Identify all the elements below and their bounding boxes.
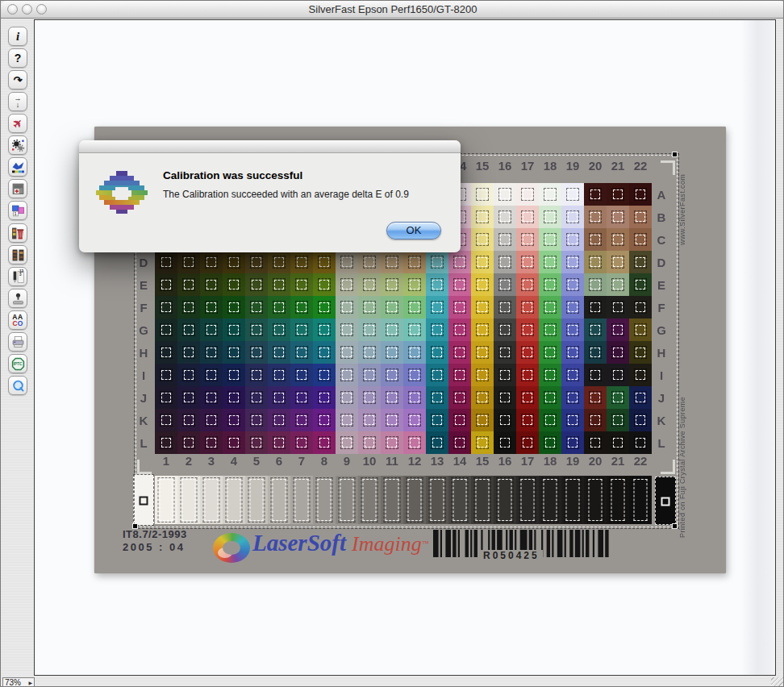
corner-bracket-tr bbox=[661, 160, 675, 175]
flip-icon: →↓ bbox=[15, 95, 22, 108]
multi-frames-icon: 1 bbox=[11, 204, 25, 218]
print-button[interactable] bbox=[8, 332, 27, 352]
bird-colorbar-icon bbox=[11, 160, 25, 174]
help-icon: ? bbox=[15, 52, 22, 65]
iptc-button[interactable]: IPTC bbox=[8, 354, 27, 373]
info-icon: i bbox=[16, 30, 19, 44]
svg-text:1: 1 bbox=[14, 212, 16, 216]
zoom-level-value: 73% bbox=[5, 678, 21, 687]
corner-bracket-bl bbox=[137, 460, 152, 474]
first-aid-icon bbox=[11, 182, 25, 196]
densitometer-numbers: 123 bbox=[19, 270, 24, 277]
corner-bracket-br bbox=[661, 460, 675, 474]
iptc-label: IPTC bbox=[9, 362, 27, 366]
minimize-button[interactable] bbox=[22, 4, 32, 15]
resize-grip[interactable] bbox=[771, 677, 783, 687]
preview-area[interactable]: 12345678910111213141516171819202122 ABCD… bbox=[34, 19, 776, 676]
stamp-icon bbox=[11, 292, 25, 306]
lasersoft-wordmark: LaserSoftImaging™ bbox=[252, 530, 429, 556]
window-titlebar: SilverFast Epson Perf1650/GT-8200 bbox=[1, 1, 784, 19]
dialog-message: The Calibration succeeded with an averag… bbox=[163, 189, 409, 200]
dialog-titlebar[interactable] bbox=[79, 140, 461, 153]
printer-icon bbox=[11, 335, 25, 349]
info-button[interactable]: i bbox=[8, 27, 27, 46]
marquee-handle-tr[interactable] bbox=[672, 152, 678, 157]
auto-color-button[interactable]: AA CO bbox=[8, 310, 27, 330]
repair-button[interactable] bbox=[8, 179, 27, 198]
trash-icon bbox=[11, 227, 25, 240]
close-button[interactable] bbox=[7, 4, 18, 15]
quicktime-icon bbox=[11, 379, 25, 393]
it8-batch-label: 2005 : 04 bbox=[123, 541, 185, 553]
airplane-icon: ✈ bbox=[10, 115, 26, 131]
negatives-icon bbox=[11, 248, 25, 262]
image-settings-button[interactable] bbox=[8, 157, 27, 177]
zoom-level-menu[interactable]: 73% ▶ bbox=[2, 677, 35, 687]
silverfast-url-text: www.SilverFast.com bbox=[678, 163, 686, 245]
marquee-handle-br[interactable] bbox=[672, 523, 678, 529]
barcode-label: R050425 bbox=[480, 550, 543, 561]
silverfast-eye-icon bbox=[96, 169, 148, 214]
help-button[interactable]: ? bbox=[8, 48, 27, 68]
menu-arrow-icon: ▶ bbox=[28, 680, 32, 685]
paper-type-text: Printed on Fuji Crystal Archive Supreme bbox=[678, 367, 686, 538]
window-title: SilverFast Epson Perf1650/GT-8200 bbox=[1, 1, 784, 19]
frames-button[interactable]: 1 bbox=[8, 201, 27, 220]
densitometer-button[interactable]: 123 bbox=[8, 267, 27, 286]
lasersoft-logo-icon bbox=[213, 533, 250, 563]
gears-icon bbox=[11, 139, 25, 152]
quicktime-button[interactable] bbox=[8, 376, 27, 395]
ok-button[interactable]: OK bbox=[386, 222, 441, 239]
zoom-button[interactable] bbox=[36, 4, 47, 15]
scanpilot-button[interactable]: ✈ bbox=[8, 114, 27, 133]
dialog-title: Calibration was successful bbox=[163, 169, 302, 181]
rotate-icon: ↷ bbox=[14, 74, 23, 86]
auto-color-icon: AA CO bbox=[12, 314, 23, 327]
stamp-button[interactable] bbox=[8, 289, 27, 308]
delete-frame-button[interactable] bbox=[8, 223, 27, 243]
flip-button[interactable]: →↓ bbox=[8, 92, 27, 111]
it8-standard-label: IT8.7/2-1993 bbox=[123, 528, 187, 540]
calibration-alert-dialog: Calibration was successful The Calibrati… bbox=[79, 140, 461, 252]
film-strips-button[interactable] bbox=[8, 245, 27, 264]
general-settings-button[interactable] bbox=[8, 135, 27, 155]
rotate-button[interactable]: ↷ bbox=[8, 70, 27, 90]
